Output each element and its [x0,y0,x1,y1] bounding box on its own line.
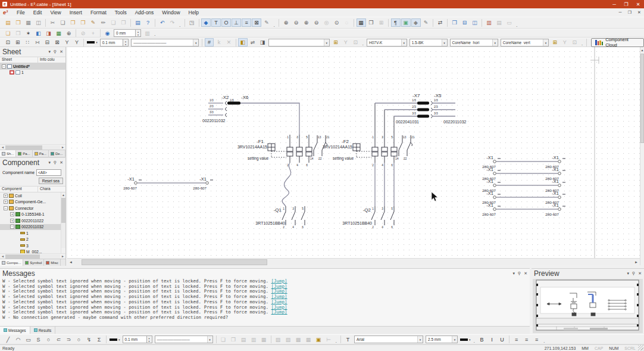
tree-item-0-1355348-1[interactable]: + 0-1355348-1 [0,212,65,218]
panel-menu-icon[interactable]: ▾ [627,271,629,276]
x1-terminal-rows[interactable]: -X1280-607-X1280-607-X1280-607-X1280-607… [123,155,565,216]
sheet-tree-root[interactable]: − Untitled* [0,63,65,70]
minimize-icon[interactable]: ─ [608,2,620,7]
schematic-canvas[interactable]: -X2 -X6 1/3 2/3 3/3 1/3 0022011032 -F1 3… [67,47,640,258]
k-icon[interactable]: k [214,38,224,46]
toolbar-dot[interactable]: . [179,23,181,28]
corename-vert-select[interactable]: CoreName_vert▾ [501,39,549,46]
to-front-icon[interactable]: ▤ [239,336,248,344]
underline-icon[interactable]: U [498,336,507,344]
zoom-prev-icon[interactable]: ◎ [322,18,332,27]
panel-pin-icon[interactable]: ⚲ [518,271,521,276]
tile-horizontal-icon[interactable]: ⊟ [460,18,470,27]
database-left-icon[interactable]: ◧ [34,29,43,38]
maximize-icon[interactable]: ❐ [620,2,632,7]
filter-icon[interactable]: Y [341,38,351,46]
component-name-input[interactable] [36,169,61,176]
detail-icon[interactable]: ⊡ [351,38,360,46]
panel-menu-icon[interactable]: ▾ [512,271,515,276]
tree-item-pin-2[interactable]: 2 [0,237,65,243]
toolbar-dot[interactable]: . [154,32,156,37]
component-cloud-button[interactable]: Component Cloud [591,38,644,47]
tab-panel-4[interactable]: De... [49,150,65,157]
merge-icon[interactable]: ▦ [259,336,268,344]
toolbar-dot[interactable]: . [516,23,518,28]
x1-connection[interactable]: -X1280-607-X1280-607 [482,203,565,216]
align-right-icon[interactable]: ≡ [532,336,542,344]
redo-icon[interactable]: ↷ [168,18,177,27]
panel-close-icon[interactable]: ✕ [60,160,63,165]
grid-snap-icon[interactable]: ⊠ [252,18,261,27]
contactor-q1[interactable]: -Q1 3RT10251BB40 1 3 5 2 4 6 [255,206,305,229]
panel-close-icon[interactable]: ✕ [524,271,527,276]
tab-panel-2[interactable]: Pa... [16,150,32,157]
expander-icon[interactable]: + [10,219,14,223]
scroll-up-icon[interactable]: ▲ [640,47,644,53]
sheet-tree-item-1[interactable]: 1 [0,70,65,76]
group-icon[interactable]: ❏ [218,336,228,344]
align-icon[interactable]: ▥ [484,18,494,27]
arc-tool-icon[interactable]: ◠ [14,336,23,344]
reset-search-button[interactable]: Reset sea [39,178,63,184]
polyline-tool-icon[interactable]: ↯ [85,336,94,344]
print-icon[interactable]: ▤ [133,18,143,27]
zoom-out-icon[interactable]: ⊖ [292,18,301,27]
toolbar-dot[interactable]: . [336,338,337,344]
fit-icon[interactable]: ▭ [505,18,514,27]
pair-c-icon[interactable]: ◨ [258,38,267,46]
tab-messages[interactable]: Messages [0,327,30,334]
panel-pin-icon[interactable]: ⚲ [54,160,57,165]
toolbar-dot[interactable]: . [474,338,476,344]
connect-mode-icon[interactable]: ◆ [201,18,211,27]
col-info[interactable]: Info colu [38,57,55,63]
panel-menu-icon[interactable]: ▾ [48,160,51,165]
image-icon[interactable]: ▣ [401,18,411,27]
menu-file[interactable]: File [12,8,29,17]
cut-icon[interactable]: ✂ [48,18,58,27]
new-sheet-icon[interactable]: ❏ [4,29,13,38]
bold-icon[interactable]: B [477,336,487,344]
open-folder-icon[interactable]: ❒ [14,18,23,27]
favorites-icon[interactable]: ✶ [24,29,33,38]
canvas-vscrollbar[interactable]: ▲ [640,47,644,265]
dimension-icon[interactable]: ⊢ [324,336,333,344]
corename-hori-select[interactable]: CoreName_hori▾ [450,39,498,46]
pen-icon[interactable]: ✎ [262,18,271,27]
component-vscrollbar[interactable]: ▲ [61,192,65,253]
conn-add-icon[interactable]: ⊞ [13,38,23,46]
hatch2-icon[interactable]: ▧ [283,336,293,344]
tab-results[interactable]: Results [30,327,56,334]
conn-chain-icon[interactable]: ∺ [33,38,42,46]
tree-item-component-general[interactable]: + Component-Ge... [0,199,65,206]
to-back-icon[interactable]: ▥ [249,336,258,344]
hatch1-icon[interactable]: ▨ [273,336,283,344]
paste-icon[interactable]: ❐ [68,18,78,27]
zoom-window-icon[interactable]: ⊙ [332,18,342,27]
paste-special-icon[interactable]: ❐ [79,18,88,27]
italic-icon[interactable]: I [487,336,497,344]
jump-link[interactable]: [Jump] [271,294,287,299]
select-area-icon[interactable]: ◳ [187,18,196,27]
add-icon[interactable]: + [89,29,98,38]
zoom-in-icon[interactable]: ⊕ [282,18,291,27]
rect-tool-icon[interactable]: ▭ [24,336,33,344]
scroll-left-icon[interactable]: ◄ [0,254,5,258]
connector-x2-x6[interactable]: -X2 -X6 1/3 2/3 3/3 1/3 0022011032 [202,95,299,135]
draw-line-width-spinner[interactable]: 0.1 mm▴▾ [123,336,152,343]
lock-grid-icon[interactable]: ⊞ [331,38,340,46]
expander-icon[interactable]: − [10,225,14,229]
expander-icon[interactable]: − [2,64,6,69]
database-right-icon[interactable]: ◨ [44,29,54,38]
close-icon[interactable]: ✕ [632,2,644,7]
connector-x7-x5[interactable]: -X7 -X5 1/3 2/3 3/3 1/3 2/3 3/3 00220410… [375,93,467,124]
menu-window[interactable]: Window [158,8,184,17]
selected-connector-mark[interactable] [227,102,240,105]
expander-icon[interactable]: + [4,194,8,198]
lock-grid2-icon[interactable]: ⊞ [551,38,560,46]
scroll-right-icon[interactable]: ► [60,254,65,258]
detail2-icon[interactable]: ⊡ [570,38,580,46]
grid-icon[interactable]: ▦ [357,18,366,27]
pair-a-icon[interactable]: ◧ [238,38,248,46]
pin-placement-icon[interactable]: ◉ [103,29,112,38]
component-hscrollbar[interactable]: ◄ ► [0,253,65,259]
